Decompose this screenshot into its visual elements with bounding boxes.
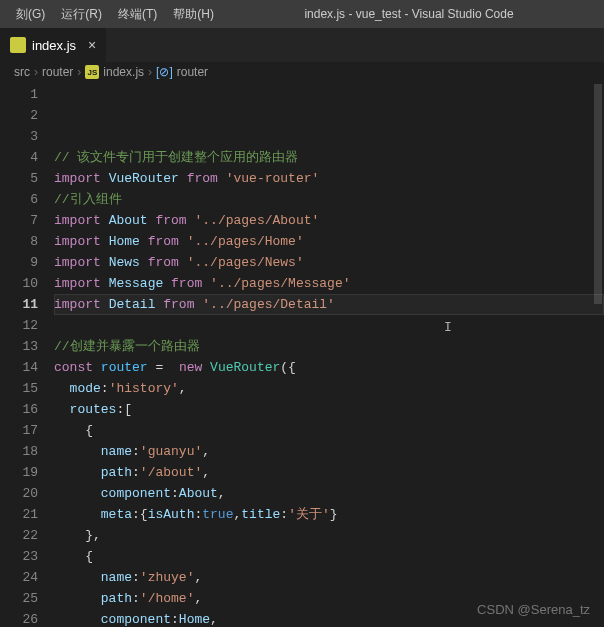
- code-line[interactable]: const router = new VueRouter({: [54, 357, 604, 378]
- js-file-icon: JS: [85, 65, 99, 79]
- crumb-file[interactable]: index.js: [103, 65, 144, 79]
- code-line[interactable]: import About from '../pages/About': [54, 210, 604, 231]
- code-line[interactable]: [54, 315, 604, 336]
- window-title: index.js - vue_test - Visual Studio Code: [222, 7, 596, 21]
- code-line[interactable]: import Home from '../pages/Home': [54, 231, 604, 252]
- menubar: 刻(G) 运行(R) 终端(T) 帮助(H): [8, 2, 222, 27]
- code-line[interactable]: component:About,: [54, 483, 604, 504]
- close-icon[interactable]: ×: [88, 37, 96, 53]
- code-line[interactable]: component:Home,: [54, 609, 604, 627]
- menu-item-run[interactable]: 运行(R): [53, 2, 110, 27]
- variable-icon: [⊘]: [156, 65, 173, 79]
- js-file-icon: JS: [10, 37, 26, 53]
- scrollbar-thumb[interactable]: [594, 84, 602, 304]
- code-line[interactable]: // 该文件专门用于创建整个应用的路由器: [54, 147, 604, 168]
- chevron-right-icon: ›: [77, 65, 81, 79]
- chevron-right-icon: ›: [148, 65, 152, 79]
- line-number: 8: [0, 231, 38, 252]
- line-number: 26: [0, 609, 38, 627]
- line-number: 18: [0, 441, 38, 462]
- tab-index-js[interactable]: JS index.js ×: [0, 28, 107, 62]
- breadcrumbs[interactable]: src › router › JS index.js › [⊘] router: [0, 62, 604, 82]
- scrollbar-vertical[interactable]: [592, 82, 604, 625]
- code-line[interactable]: import VueRouter from 'vue-router': [54, 168, 604, 189]
- code-line[interactable]: {: [54, 546, 604, 567]
- line-number: 11: [0, 294, 38, 315]
- line-number: 7: [0, 210, 38, 231]
- tab-label: index.js: [32, 38, 76, 53]
- tab-bar: JS index.js ×: [0, 28, 604, 62]
- code-line[interactable]: //引入组件: [54, 189, 604, 210]
- code-line[interactable]: {: [54, 420, 604, 441]
- line-number: 21: [0, 504, 38, 525]
- menu-item-help[interactable]: 帮助(H): [165, 2, 222, 27]
- menu-item-goto[interactable]: 刻(G): [8, 2, 53, 27]
- menu-item-terminal[interactable]: 终端(T): [110, 2, 165, 27]
- code-line[interactable]: //创建并暴露一个路由器: [54, 336, 604, 357]
- current-line-highlight: [54, 294, 604, 315]
- line-number-gutter: 1234567891011121314151617181920212223242…: [0, 82, 54, 625]
- crumb-router[interactable]: router: [42, 65, 73, 79]
- line-number: 25: [0, 588, 38, 609]
- code-line[interactable]: name:'guanyu',: [54, 441, 604, 462]
- line-number: 3: [0, 126, 38, 147]
- line-number: 24: [0, 567, 38, 588]
- line-number: 1: [0, 84, 38, 105]
- code-line[interactable]: routes:[: [54, 399, 604, 420]
- line-number: 14: [0, 357, 38, 378]
- code-line[interactable]: },: [54, 525, 604, 546]
- code-line[interactable]: import News from '../pages/News': [54, 252, 604, 273]
- line-number: 5: [0, 168, 38, 189]
- line-number: 2: [0, 105, 38, 126]
- editor[interactable]: 1234567891011121314151617181920212223242…: [0, 82, 604, 625]
- line-number: 4: [0, 147, 38, 168]
- line-number: 20: [0, 483, 38, 504]
- chevron-right-icon: ›: [34, 65, 38, 79]
- line-number: 22: [0, 525, 38, 546]
- code-line[interactable]: mode:'history',: [54, 378, 604, 399]
- crumb-symbol[interactable]: router: [177, 65, 208, 79]
- line-number: 6: [0, 189, 38, 210]
- line-number: 10: [0, 273, 38, 294]
- line-number: 12: [0, 315, 38, 336]
- line-number: 13: [0, 336, 38, 357]
- line-number: 16: [0, 399, 38, 420]
- line-number: 19: [0, 462, 38, 483]
- code-line[interactable]: import Message from '../pages/Message': [54, 273, 604, 294]
- titlebar: 刻(G) 运行(R) 终端(T) 帮助(H) index.js - vue_te…: [0, 0, 604, 28]
- line-number: 23: [0, 546, 38, 567]
- crumb-src[interactable]: src: [14, 65, 30, 79]
- text-cursor-icon: I: [444, 317, 445, 334]
- code-line[interactable]: name:'zhuye',: [54, 567, 604, 588]
- code-area[interactable]: // 该文件专门用于创建整个应用的路由器import VueRouter fro…: [54, 82, 604, 625]
- line-number: 9: [0, 252, 38, 273]
- code-line[interactable]: meta:{isAuth:true,title:'关于'}: [54, 504, 604, 525]
- code-line[interactable]: path:'/home',: [54, 588, 604, 609]
- code-line[interactable]: path:'/about',: [54, 462, 604, 483]
- line-number: 17: [0, 420, 38, 441]
- line-number: 15: [0, 378, 38, 399]
